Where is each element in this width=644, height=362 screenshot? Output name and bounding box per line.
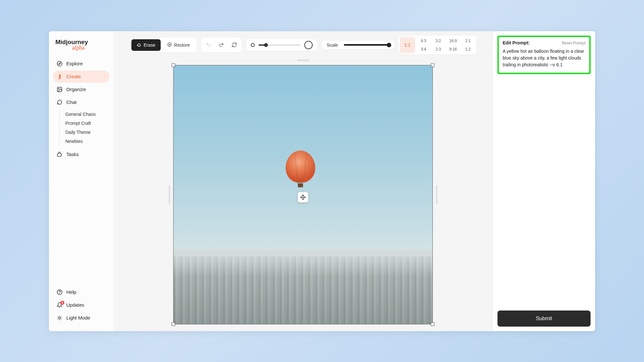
aspect-ratio-active[interactable]: 1:1	[400, 37, 415, 53]
nav-organize[interactable]: Organize	[53, 83, 109, 96]
aspect-option[interactable]: 4:3	[416, 37, 431, 45]
chat-room[interactable]: Daily Theme	[64, 128, 109, 137]
nav-label: Chat	[66, 99, 77, 105]
app-window: Midjourney alpha Explore Create Organize	[49, 31, 595, 331]
restore-label: Restore	[174, 42, 190, 48]
svg-point-3	[58, 88, 59, 89]
canvas-area: Erase Restore	[113, 31, 493, 331]
nav-label: Organize	[66, 87, 86, 92]
scale-label: Scale	[327, 42, 338, 48]
svg-point-0	[57, 61, 62, 66]
hot-air-balloon	[286, 151, 315, 187]
chat-room[interactable]: General Chaos	[64, 110, 109, 119]
nav-label: Help	[66, 289, 76, 295]
help-icon	[57, 289, 62, 295]
undo-button[interactable]	[203, 39, 214, 51]
prompt-text[interactable]: A yellow hot air balloon floating in a c…	[503, 48, 585, 68]
scale-slider[interactable]	[344, 44, 389, 46]
aspect-option[interactable]: 2:1	[461, 37, 475, 45]
history-group	[201, 38, 242, 52]
right-panel: Edit Prompt: Reset Prompt A yellow hot a…	[493, 31, 595, 331]
nav-chat[interactable]: Chat	[53, 96, 109, 108]
image-icon	[57, 87, 62, 92]
side-handle-right[interactable]	[436, 185, 437, 204]
chat-room-list: General Chaos Prompt Craft Daily Theme N…	[59, 110, 109, 146]
restore-button[interactable]: Restore	[162, 39, 195, 51]
erase-button[interactable]: Erase	[131, 39, 161, 51]
nav-label: Light Mode	[66, 315, 90, 320]
prompt-title: Edit Prompt:	[503, 40, 530, 45]
resize-handle-tr[interactable]	[431, 63, 434, 67]
thumbs-up-icon	[57, 152, 62, 157]
aspect-option[interactable]: 16:9	[446, 37, 460, 45]
svg-point-5	[60, 293, 60, 293]
brush-small-icon	[251, 43, 255, 47]
nav-tasks[interactable]: Tasks	[53, 148, 109, 161]
aspect-option[interactable]: 1:2	[461, 45, 475, 53]
sidebar: Midjourney alpha Explore Create Organize	[49, 31, 113, 331]
resize-handle-tl[interactable]	[172, 63, 175, 67]
toolbar: Erase Restore	[130, 31, 476, 58]
aspect-option[interactable]: 9:16	[446, 45, 460, 53]
redo-button[interactable]	[216, 39, 227, 51]
eraser-icon	[137, 42, 141, 48]
erase-label: Erase	[144, 42, 156, 48]
brush-track[interactable]	[259, 44, 300, 46]
brush-size-slider[interactable]	[246, 39, 317, 51]
nav-label: Create	[66, 74, 81, 79]
chat-icon	[57, 99, 62, 105]
move-icon	[300, 194, 306, 200]
reset-button[interactable]	[229, 39, 240, 51]
move-handle[interactable]	[298, 192, 308, 203]
logo-alpha: alpha	[72, 44, 107, 51]
brush-large-icon	[304, 41, 313, 49]
aspect-option[interactable]: 3:4	[416, 45, 431, 53]
nav-explore[interactable]: Explore	[53, 58, 109, 70]
prompt-editor[interactable]: Edit Prompt: Reset Prompt A yellow hot a…	[497, 36, 591, 74]
resize-handle-br[interactable]	[431, 322, 434, 326]
bell-icon: 6	[57, 302, 62, 308]
resize-handle-bl[interactable]	[172, 322, 175, 326]
main-area: Erase Restore	[113, 31, 595, 331]
chat-room[interactable]: Prompt Craft	[64, 119, 109, 128]
nav-updates[interactable]: 6 Updates	[53, 299, 109, 311]
chat-room[interactable]: Newbies	[64, 137, 109, 146]
restore-icon	[167, 42, 172, 48]
aspect-ratio-group: 1:1 4:3 3:2 16:9 2:1 3:4 2:3 9:16 1:2	[399, 36, 476, 54]
aspect-ratio-options: 4:3 3:2 16:9 2:1 3:4 2:3 9:16 1:2	[416, 37, 475, 53]
nav-label: Explore	[66, 61, 83, 66]
compass-icon	[57, 61, 62, 67]
paintbrush-icon	[57, 74, 62, 79]
mode-group: Erase Restore	[130, 38, 197, 52]
nav-create[interactable]: Create	[53, 70, 109, 83]
reset-prompt-link[interactable]: Reset Prompt	[562, 41, 585, 45]
svg-marker-1	[59, 63, 61, 65]
aspect-option[interactable]: 2:3	[431, 45, 445, 53]
svg-point-6	[59, 317, 61, 319]
scale-slider-group: Scale	[322, 41, 394, 49]
sun-icon	[57, 315, 62, 321]
canvas[interactable]	[173, 65, 433, 324]
city-skyline	[174, 256, 432, 324]
nav-help[interactable]: Help	[53, 286, 109, 298]
nav-light-mode[interactable]: Light Mode	[53, 312, 109, 324]
nav-label: Updates	[66, 302, 84, 308]
nav-label: Tasks	[66, 152, 79, 157]
submit-button[interactable]: Submit	[497, 311, 591, 327]
side-handle-left[interactable]	[169, 185, 170, 204]
drag-handle-top[interactable]	[297, 60, 309, 61]
updates-badge: 6	[60, 301, 64, 305]
aspect-option[interactable]: 3:2	[431, 37, 445, 45]
logo: Midjourney alpha	[53, 38, 109, 58]
